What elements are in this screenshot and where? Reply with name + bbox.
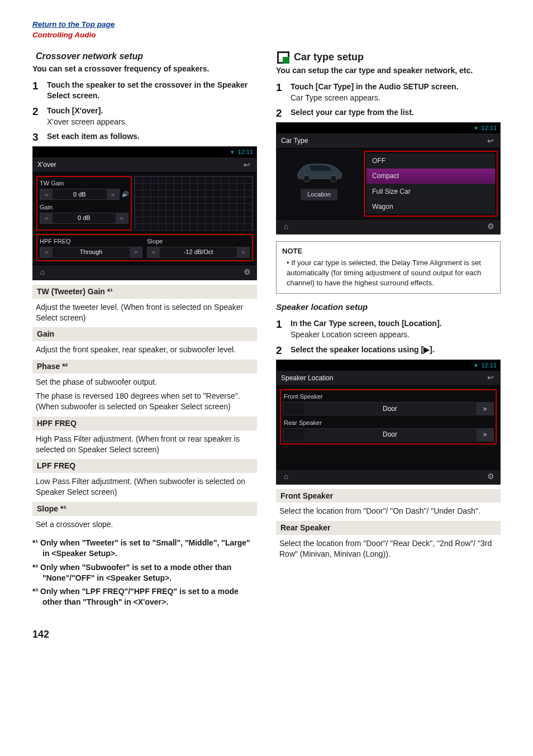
wifi-icon: ▾ [474,124,478,132]
note-body: If your car type is selected, the Delay … [287,258,494,288]
gear-icon[interactable]: ⚙ [486,222,496,232]
front-speaker-next[interactable]: » [477,403,493,415]
tw-gain-dec[interactable]: « [40,189,53,199]
speaker-location-screenshot: ▾ 12:11 Speaker Location ↩ Front Speaker… [276,360,501,485]
gear-icon[interactable]: ⚙ [486,472,496,482]
def-term: Front Speaker [276,489,501,503]
clock: 12:11 [237,148,253,156]
rear-speaker-value: Door [303,429,477,441]
screen-title: X'over [37,160,56,169]
tw-gain-inc[interactable]: » [107,189,119,199]
def-body: Select the location from "Door"/ "On Das… [276,503,501,516]
svg-point-1 [330,175,337,182]
hpf-value: Through [53,247,130,257]
step-number: 1 [276,80,282,95]
home-icon[interactable]: ⌂ [37,267,47,277]
footnote: *³ Only when "LPF FREQ"/"HPF FREQ" is se… [42,586,257,607]
wifi-icon: ▾ [474,361,478,370]
step-text: In the Car Type screen, touch [Location]… [291,319,441,328]
footnote: *¹ Only when "Tweeter" is set to "Small"… [42,538,257,559]
def-term: Gain [32,327,257,341]
step-text: Touch the speaker to set the crossover i… [47,80,248,100]
slope-dec[interactable]: « [147,247,160,257]
def-body: Set the phase of subwoofer output. [32,374,257,387]
def-body: The phase is reversed 180 degrees when s… [32,387,257,412]
step-text: Set each item as follows. [47,132,140,141]
step-number: 3 [32,130,39,145]
hpf-dec[interactable]: « [40,247,53,257]
gear-icon[interactable]: ⚙ [242,267,252,277]
breadcrumb: Controlling Audio [32,31,96,39]
crossover-graph [134,176,253,231]
clock: 12:11 [481,361,497,370]
def-term: HPF FREQ [32,417,257,430]
footnote: *² Only when "Subwoofer" is set to a mod… [42,562,257,583]
gain-dec[interactable]: « [40,213,53,223]
screen-title: Speaker Location [281,374,333,382]
slope-value: -12 dB/Oct [160,247,237,257]
front-speaker-label: Front Speaker [283,391,494,402]
def-body: High Pass Filter adjustment. (When front… [32,430,257,455]
step-subtext: Car Type screen appears. [291,93,501,103]
car-illustration [291,152,347,185]
svg-point-0 [303,175,310,182]
def-term: Rear Speaker [276,521,501,535]
def-body: Set a crossover slope. [32,516,257,530]
step-number: 1 [276,317,282,332]
crossover-heading: Crossover network setup [32,50,257,63]
car-type-screenshot: ▾ 12:11 Car Type ↩ Location [276,122,501,235]
car-type-heading: Car type setup [294,50,364,64]
note-title: NOTE [282,246,494,256]
slope-inc[interactable]: » [237,247,249,257]
slope-label: Slope [147,237,250,246]
return-top-link[interactable]: Return to the Top page [32,20,115,28]
clock: 12:11 [481,124,497,132]
def-body: Adjust the tweeter level. (When front is… [32,299,257,323]
front-speaker-value: Door [303,403,477,415]
gain-inc[interactable]: » [116,213,128,223]
gain-label: Gain [40,203,129,212]
xover-screenshot: ▾ 12:11 X'over ↩ TW Gain « 0 dB » [32,146,257,280]
speaker-icon: 🔊 [122,190,129,198]
car-type-option[interactable]: Wagon [367,199,495,214]
hpf-label: HPF FREQ [40,237,142,246]
wifi-icon: ▾ [231,148,234,156]
back-icon[interactable]: ↩ [486,136,496,146]
tw-gain-value: 0 dB [53,189,107,199]
crossover-lead: You can set a crossover frequency of spe… [32,64,257,74]
def-term: TW (Tweeter) Gain *¹ [32,285,257,299]
step-text: Touch [Car Type] in the Audio SETUP scre… [291,82,459,91]
home-icon[interactable]: ⌂ [281,222,291,232]
step-number: 2 [276,106,282,121]
step-subtext: X'over screen appears. [47,117,257,127]
def-term: Phase *² [32,360,257,374]
hpf-inc[interactable]: » [130,247,142,257]
back-icon[interactable]: ↩ [486,373,496,383]
car-type-option[interactable]: Full Size Car [367,184,495,199]
note-box: NOTE If your car type is selected, the D… [276,241,501,294]
step-text: Touch [X'over]. [47,106,103,115]
rear-speaker-next[interactable]: » [477,429,493,441]
def-term: LPF FREQ [32,459,257,473]
rear-speaker-label: Rear Speaker [283,418,494,428]
speaker-icon [283,429,303,441]
location-button[interactable]: Location [301,189,337,200]
tw-gain-label: TW Gain [40,179,129,188]
car-type-lead: You can setup the car type and speaker n… [276,65,501,76]
gain-value: 0 dB [53,213,116,223]
step-text: Select the speaker locations using [▶]. [291,345,435,354]
step-number: 1 [32,79,39,93]
back-icon[interactable]: ↩ [242,160,252,170]
def-term: Slope *³ [32,502,257,516]
def-body: Select the location from "Door"/ "Rear D… [276,535,501,559]
step-number: 2 [276,343,282,358]
step-number: 2 [32,104,39,119]
home-icon[interactable]: ⌂ [281,472,291,482]
speaker-icon [283,403,303,415]
car-type-option[interactable]: OFF [367,154,495,169]
def-body: Low Pass Filter adjustment. (When subwoo… [32,473,257,497]
def-body: Adjust the front speaker, rear speaker, … [32,341,257,355]
car-type-option[interactable]: Compact [367,169,495,184]
page-number: 142 [32,628,501,641]
speaker-location-heading: Speaker location setup [276,302,501,313]
